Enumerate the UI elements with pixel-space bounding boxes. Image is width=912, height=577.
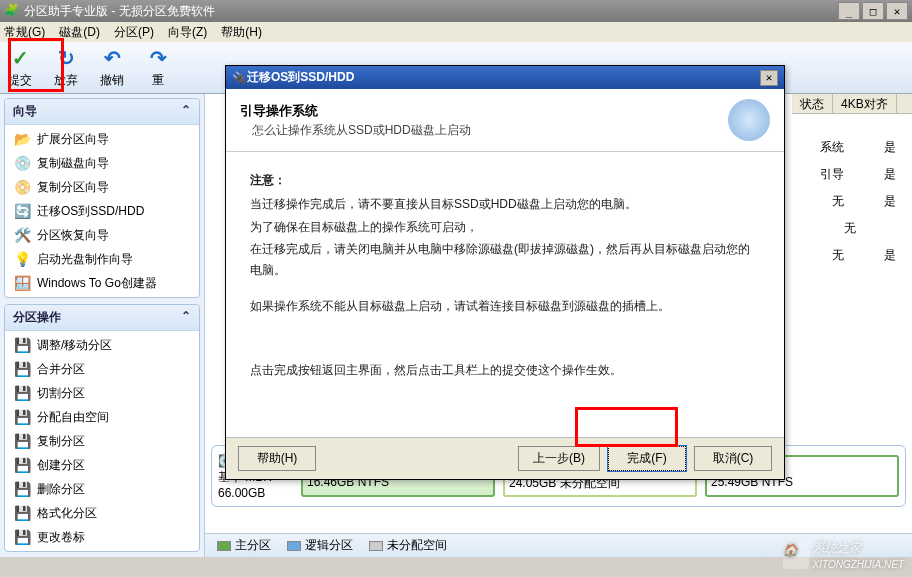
ops-item-label: 格式化分区 bbox=[37, 505, 97, 522]
note-line: 为了确保在目标磁盘上的操作系统可启动， bbox=[250, 217, 760, 237]
ops-item-label: 切割分区 bbox=[37, 385, 85, 402]
wizard-item-icon: 🪟 bbox=[13, 274, 31, 292]
ops-item[interactable]: 💾合并分区 bbox=[5, 357, 199, 381]
ops-item-label: 更改卷标 bbox=[37, 529, 85, 546]
help-button[interactable]: 帮助(H) bbox=[238, 446, 316, 471]
menu-wizard[interactable]: 向导(Z) bbox=[168, 24, 207, 41]
wizard-item-icon: 💿 bbox=[13, 154, 31, 172]
close-button[interactable]: ✕ bbox=[886, 2, 908, 20]
ops-item-icon: 💾 bbox=[13, 408, 31, 426]
ops-item[interactable]: 💾创建分区 bbox=[5, 453, 199, 477]
ops-panel-title: 分区操作 bbox=[13, 309, 61, 326]
col-status[interactable]: 状态 bbox=[792, 94, 833, 113]
note-line: 在迁移完成后，请关闭电脑并从电脑中移除源磁盘(即拔掉源磁盘)，然后再从目标磁盘启… bbox=[250, 239, 760, 280]
wizard-item[interactable]: 🪟Windows To Go创建器 bbox=[5, 271, 199, 295]
table-row: 无 bbox=[808, 215, 908, 242]
wizard-item-icon: 📂 bbox=[13, 130, 31, 148]
redo-icon: ↷ bbox=[146, 46, 170, 70]
note-hint: 点击完成按钮返回主界面，然后点击工具栏上的提交使这个操作生效。 bbox=[250, 360, 760, 380]
ops-item[interactable]: 💾删除分区 bbox=[5, 477, 199, 501]
menu-disk[interactable]: 磁盘(D) bbox=[59, 24, 100, 41]
wizard-item-label: 扩展分区向导 bbox=[37, 131, 109, 148]
undo-label: 撤销 bbox=[100, 72, 124, 89]
finish-button[interactable]: 完成(F) bbox=[608, 446, 686, 471]
watermark-url: XITONGZHIJIA.NET bbox=[813, 559, 905, 570]
watermark-logo-icon: 🏠 bbox=[783, 543, 809, 569]
window-title: 分区助手专业版 - 无损分区免费软件 bbox=[24, 3, 838, 20]
wizard-item[interactable]: 🔄迁移OS到SSD/HDD bbox=[5, 199, 199, 223]
ops-item-label: 删除分区 bbox=[37, 481, 85, 498]
legend-logical: 逻辑分区 bbox=[305, 537, 353, 554]
wizard-item-icon: 🔄 bbox=[13, 202, 31, 220]
ops-item-label: 调整/移动分区 bbox=[37, 337, 112, 354]
ops-item-label: 复制分区 bbox=[37, 433, 85, 450]
ops-item[interactable]: 💾切割分区 bbox=[5, 381, 199, 405]
menubar: 常规(G) 磁盘(D) 分区(P) 向导(Z) 帮助(H) bbox=[0, 22, 912, 42]
disk-cap: 66.00GB bbox=[218, 486, 293, 500]
dialog-icon: 🔌 bbox=[232, 71, 247, 85]
ops-item-label: 合并分区 bbox=[37, 361, 85, 378]
col-align[interactable]: 4KB对齐 bbox=[833, 94, 897, 113]
wizard-item-label: Windows To Go创建器 bbox=[37, 275, 157, 292]
redo-label: 重 bbox=[152, 72, 164, 89]
table-row: 无是 bbox=[808, 188, 908, 215]
note-line: 当迁移操作完成后，请不要直接从目标SSD或HDD磁盘上启动您的电脑。 bbox=[250, 194, 760, 214]
app-icon: 🧩 bbox=[4, 3, 20, 19]
menu-partition[interactable]: 分区(P) bbox=[114, 24, 154, 41]
table-row: 引导是 bbox=[808, 161, 908, 188]
ops-item-label: 创建分区 bbox=[37, 457, 85, 474]
ops-item-icon: 💾 bbox=[13, 360, 31, 378]
highlight-finish bbox=[575, 407, 678, 447]
dialog-subtitle: 怎么让操作系统从SSD或HDD磁盘上启动 bbox=[240, 122, 728, 139]
wizard-item-icon: 📀 bbox=[13, 178, 31, 196]
ops-item[interactable]: 💾格式化分区 bbox=[5, 501, 199, 525]
ops-item[interactable]: 💾调整/移动分区 bbox=[5, 333, 199, 357]
legend-unallocated: 未分配空间 bbox=[387, 537, 447, 554]
table-row: 系统是 bbox=[808, 134, 908, 161]
dialog-heading: 引导操作系统 bbox=[240, 102, 728, 120]
redo-button[interactable]: ↷ 重 bbox=[146, 46, 170, 89]
ops-item[interactable]: 💾复制分区 bbox=[5, 429, 199, 453]
wizard-item[interactable]: 📀复制分区向导 bbox=[5, 175, 199, 199]
wizard-item[interactable]: 💡启动光盘制作向导 bbox=[5, 247, 199, 271]
ops-item-icon: 💾 bbox=[13, 480, 31, 498]
note-line: 如果操作系统不能从目标磁盘上启动，请试着连接目标磁盘到源磁盘的插槽上。 bbox=[250, 296, 760, 316]
migrate-icon bbox=[728, 99, 770, 141]
ops-item[interactable]: 💾更改卷标 bbox=[5, 525, 199, 549]
highlight-submit bbox=[8, 38, 64, 92]
wizard-item-icon: 💡 bbox=[13, 250, 31, 268]
ops-item-icon: 💾 bbox=[13, 432, 31, 450]
ops-item-icon: 💾 bbox=[13, 384, 31, 402]
wizard-item-label: 复制分区向导 bbox=[37, 179, 109, 196]
minimize-button[interactable]: _ bbox=[838, 2, 860, 20]
ops-item-label: 分配自由空间 bbox=[37, 409, 109, 426]
watermark-text: 系统之家 bbox=[813, 541, 861, 555]
maximize-button[interactable]: □ bbox=[862, 2, 884, 20]
wizard-item[interactable]: 💿复制磁盘向导 bbox=[5, 151, 199, 175]
note-title: 注意： bbox=[250, 170, 760, 190]
menu-help[interactable]: 帮助(H) bbox=[221, 24, 262, 41]
wizard-item-label: 分区恢复向导 bbox=[37, 227, 109, 244]
wizard-item-label: 复制磁盘向导 bbox=[37, 155, 109, 172]
cancel-button[interactable]: 取消(C) bbox=[694, 446, 772, 471]
ops-item-icon: 💾 bbox=[13, 336, 31, 354]
ops-item-icon: 💾 bbox=[13, 504, 31, 522]
back-button[interactable]: 上一步(B) bbox=[518, 446, 600, 471]
wizard-item[interactable]: 🛠️分区恢复向导 bbox=[5, 223, 199, 247]
wizard-item-icon: 🛠️ bbox=[13, 226, 31, 244]
dialog-close-icon[interactable]: ✕ bbox=[760, 70, 778, 86]
undo-button[interactable]: ↶ 撤销 bbox=[100, 46, 124, 89]
wizard-item-label: 启动光盘制作向导 bbox=[37, 251, 133, 268]
wizard-panel-title: 向导 bbox=[13, 103, 37, 120]
legend-primary: 主分区 bbox=[235, 537, 271, 554]
undo-icon: ↶ bbox=[100, 46, 124, 70]
collapse-icon[interactable]: ⌃ bbox=[181, 309, 191, 326]
dialog-title: 迁移OS到SSD/HDD bbox=[247, 69, 760, 86]
ops-item[interactable]: 💾分配自由空间 bbox=[5, 405, 199, 429]
wizard-item-label: 迁移OS到SSD/HDD bbox=[37, 203, 144, 220]
ops-item-icon: 💾 bbox=[13, 528, 31, 546]
migrate-dialog: 🔌 迁移OS到SSD/HDD ✕ 引导操作系统 怎么让操作系统从SSD或HDD磁… bbox=[225, 65, 785, 480]
ops-item-icon: 💾 bbox=[13, 456, 31, 474]
wizard-item[interactable]: 📂扩展分区向导 bbox=[5, 127, 199, 151]
collapse-icon[interactable]: ⌃ bbox=[181, 103, 191, 120]
